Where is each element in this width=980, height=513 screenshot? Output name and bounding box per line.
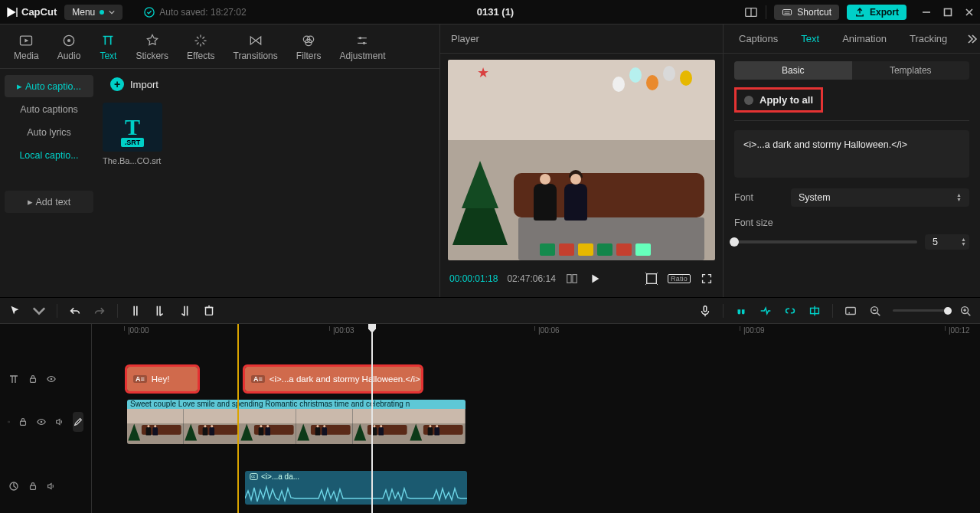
tab-filters[interactable]: Filters [296,32,322,61]
player-viewport[interactable]: ★ [448,60,715,260]
time-ruler[interactable]: |00:00 |00:03 |00:06 |00:09 |00:12 [92,324,980,339]
fontsize-stepper[interactable]: 5 ▲▼ [925,234,969,250]
magnet-button[interactable] [734,304,748,318]
zoom-in-button[interactable] [959,304,972,318]
mute-track-button[interactable] [46,481,57,492]
in-point-marker[interactable] [237,324,239,513]
menu-button[interactable]: Menu [64,5,122,20]
video-clip[interactable]: Sweet couple Love smile and spending Rom… [127,400,466,444]
auto-snap-button[interactable] [759,304,773,318]
inspector-tab-captions[interactable]: Captions [728,28,789,49]
record-voiceover-button[interactable] [698,304,712,318]
compare-button[interactable] [565,272,579,286]
text-thumb-icon: T [125,114,140,140]
sidebar-item-auto-captions-1[interactable]: ▸ Auto captio... [5,75,93,97]
caption-text-input[interactable]: <i>...a dark and stormy Halloween.</i> [734,130,969,178]
asset-item[interactable]: T .SRT The.Ba...CO.srt [103,103,165,165]
lock-track-button[interactable] [28,481,38,492]
caret-right-icon: ▸ [28,196,32,207]
sidebar-item-auto-lyrics[interactable]: Auto lyrics [5,122,93,143]
preview-axis-button[interactable] [808,304,822,318]
chevrons-right-icon [965,33,978,45]
window-maximize-button[interactable] [943,8,952,17]
edit-track-button[interactable] [73,412,83,432]
magnet-icon [734,304,748,318]
sidebar-item-local-captions[interactable]: Local captio... [5,145,93,166]
preview-toggle-button[interactable] [844,304,858,318]
font-select[interactable]: System ▲▼ [791,188,969,207]
tab-media[interactable]: Media [14,32,39,61]
svg-line-31 [968,312,971,315]
split-button[interactable] [129,304,142,318]
tab-text[interactable]: Text [99,32,117,61]
ruler-tick: |00:12 [945,326,970,331]
tab-stickers[interactable]: Stickers [136,32,168,61]
inspector-tab-text[interactable]: Text [790,28,830,49]
tab-effects[interactable]: Effects [187,32,214,61]
shortcut-label: Shortcut [797,7,831,18]
svg-point-10 [67,38,70,41]
chevron-down-icon [32,304,46,318]
fontsize-slider[interactable] [734,240,917,243]
ruler-tick: |00:06 [534,326,560,331]
segment-templates[interactable]: Templates [852,61,970,80]
sidebar-item-add-text[interactable]: ▸ Add text [5,191,93,213]
app-logo: CapCut [6,6,57,18]
trim-left-button[interactable] [153,304,167,318]
import-button[interactable]: + Import [103,74,166,95]
media-main: + Import T .SRT The.Ba...CO.srt [98,69,439,297]
undo-button[interactable] [68,304,82,318]
toggle-visibility-button[interactable] [36,417,47,427]
play-button[interactable] [588,272,602,286]
redo-icon [93,304,106,318]
toggle-visibility-button[interactable] [46,374,57,384]
tab-adjustment[interactable]: Adjustment [339,32,385,61]
lock-track-button[interactable] [28,374,38,384]
autosave-label: Auto saved: 18:27:02 [159,7,246,18]
segment-basic[interactable]: Basic [734,61,852,80]
text-clip[interactable]: A≡ Hey! [127,367,198,391]
trim-right-button[interactable] [178,304,191,318]
linkage-button[interactable] [783,304,797,318]
audio-track: cc <i>...a da... [92,468,980,508]
ratio-button[interactable]: Ratio [668,274,691,283]
caret-right-icon: ▸ [17,80,21,92]
text-clip[interactable]: A≡ <i>...a dark and stormy Halloween.</i… [245,367,421,391]
zoom-out-button[interactable] [868,304,882,318]
apply-all-checkbox[interactable]: Apply to all [737,90,821,110]
delete-button[interactable] [202,304,216,318]
tracks-area[interactable]: |00:00 |00:03 |00:06 |00:09 |00:12 A≡ He… [92,324,980,513]
window-minimize-button[interactable] [922,8,931,17]
tab-audio[interactable]: Audio [57,32,81,61]
playhead[interactable] [371,324,373,513]
audio-clip[interactable]: cc <i>...a da... [245,471,467,505]
text-badge-icon: A≡ [133,375,147,383]
fullscreen-button[interactable] [700,272,714,286]
svg-rect-16 [567,275,571,283]
redo-button[interactable] [93,304,106,318]
asset-filename: The.Ba...CO.srt [103,156,162,165]
safezone-button[interactable] [645,272,658,286]
sidebar-item-auto-captions-2[interactable]: Auto captions [5,99,93,120]
shortcut-button[interactable]: Shortcut [774,5,839,20]
check-circle-icon [144,7,155,18]
pointer-tool-button[interactable] [8,304,21,318]
speaker-icon [54,417,65,427]
zoom-slider[interactable] [893,309,948,312]
window-close-button[interactable] [965,8,974,17]
tab-transitions[interactable]: Transitions [234,32,278,61]
mute-track-button[interactable] [54,417,65,427]
svg-rect-23 [846,307,856,314]
slider-knob-icon [730,237,739,247]
window-controls [922,8,974,17]
inspector-tab-animation[interactable]: Animation [831,28,897,49]
layout-button[interactable] [744,5,758,19]
pointer-mode-dropdown[interactable] [32,304,46,318]
lock-track-button[interactable] [18,417,28,427]
keyboard-icon [782,7,792,18]
svg-rect-35 [21,421,26,425]
inspector-tab-tracking[interactable]: Tracking [899,28,958,49]
inspector-more-button[interactable] [959,33,980,45]
trim-right-icon [178,304,191,318]
export-button[interactable]: Export [847,5,906,20]
